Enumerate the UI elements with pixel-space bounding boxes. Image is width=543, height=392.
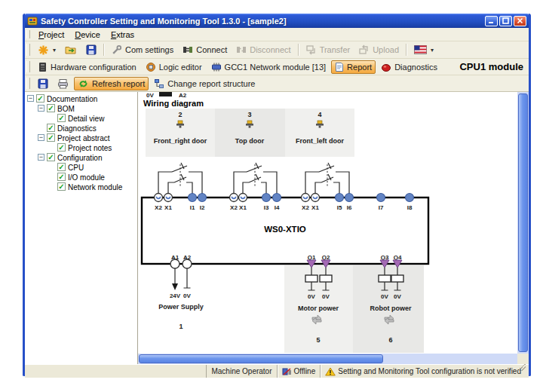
- menu-device[interactable]: Device: [69, 29, 106, 40]
- horizontal-scrollbar-thumb[interactable]: [139, 354, 383, 363]
- checkbox-checked-icon[interactable]: ✓: [47, 133, 55, 142]
- horizontal-scrollbar[interactable]: [138, 354, 517, 364]
- open-project-button[interactable]: [61, 43, 81, 57]
- clipped-label-a2: A2: [179, 92, 187, 99]
- svg-text:0V: 0V: [308, 293, 315, 300]
- svg-text:0V: 0V: [322, 293, 330, 300]
- svg-text:X1: X1: [311, 204, 319, 211]
- svg-text:0V: 0V: [381, 293, 388, 300]
- tree-item-configuration[interactable]: − ✓ Configuration: [25, 152, 137, 162]
- svg-text:X1: X1: [164, 204, 172, 211]
- tree-item-bom[interactable]: − ✓ BOM: [25, 103, 137, 113]
- hardware-module-icon: [38, 62, 48, 72]
- output-number: 6: [388, 336, 392, 344]
- save-project-button[interactable]: [82, 43, 100, 57]
- collapse-icon[interactable]: −: [38, 105, 44, 112]
- clipped-module-fragment: [159, 92, 172, 96]
- checkbox-checked-icon[interactable]: ✓: [57, 173, 66, 181]
- svg-text:X2: X2: [230, 204, 238, 211]
- disconnect-plug-icon: [236, 44, 247, 55]
- tree-item-detail-view[interactable]: ✓ Detail view: [25, 113, 137, 123]
- minimize-button[interactable]: [485, 16, 498, 26]
- print-report-button[interactable]: [54, 77, 72, 90]
- checkbox-checked-icon[interactable]: ✓: [57, 143, 66, 152]
- collapse-icon[interactable]: −: [38, 154, 44, 161]
- toolbar-grip[interactable]: [26, 30, 30, 39]
- upload-label: Upload: [373, 45, 399, 54]
- collapse-icon[interactable]: −: [27, 95, 34, 102]
- language-select-button[interactable]: ▾: [410, 44, 437, 56]
- save-report-button[interactable]: [34, 77, 52, 90]
- toolbar-report: Refresh report Change report structure: [25, 75, 529, 92]
- output-number: 5: [316, 336, 320, 344]
- printer-icon: [57, 78, 69, 89]
- vertical-scrollbar-thumb[interactable]: [518, 93, 528, 352]
- svg-text:I8: I8: [407, 204, 413, 211]
- power-supply-label: Power Supply: [158, 303, 204, 311]
- checkbox-checked-icon[interactable]: ✓: [36, 94, 44, 103]
- checkbox-checked-icon[interactable]: ✓: [57, 163, 66, 171]
- power-supply-symbol: 24V 0V Power Supply 1: [158, 259, 204, 330]
- network-module-icon: [211, 62, 222, 72]
- disconnect-label: Disconnect: [250, 45, 290, 54]
- tree-item-project-notes[interactable]: ✓ Project notes: [25, 142, 137, 152]
- tree-item-diagnostics[interactable]: ✓ Diagnostics: [25, 123, 137, 133]
- com-settings-button[interactable]: Com settings: [108, 43, 177, 57]
- checkbox-checked-icon[interactable]: ✓: [47, 124, 55, 132]
- collapse-icon[interactable]: −: [38, 134, 44, 141]
- checkbox-checked-icon[interactable]: ✓: [47, 104, 55, 112]
- report-page: 0V A2 Wiring diagram: [138, 92, 517, 354]
- door-circuit-2: [234, 163, 277, 198]
- hardware-configuration-button[interactable]: Hardware configuration: [34, 60, 140, 74]
- language-flag-icon: [414, 45, 427, 54]
- connect-button[interactable]: Connect: [179, 43, 231, 57]
- chevron-down-icon: ▾: [53, 47, 56, 54]
- change-report-structure-button[interactable]: Change report structure: [150, 77, 259, 90]
- refresh-report-button[interactable]: Refresh report: [74, 77, 149, 90]
- toolbar-grip[interactable]: [26, 44, 30, 55]
- checkbox-checked-icon[interactable]: ✓: [57, 114, 66, 122]
- warning-icon: [325, 367, 336, 376]
- tree-item-io-module[interactable]: ✓ I/O module: [25, 172, 137, 182]
- menu-project[interactable]: Project: [33, 29, 69, 40]
- tree-item-cpu[interactable]: ✓ CPU: [25, 162, 137, 172]
- change-report-structure-label: Change report structure: [167, 79, 255, 88]
- menu-extras[interactable]: Extras: [106, 29, 140, 40]
- maximize-button[interactable]: [499, 16, 512, 26]
- open-folder-icon: [65, 44, 77, 55]
- diagnostics-button[interactable]: Diagnostics: [377, 60, 441, 74]
- tree-item-project-abstract[interactable]: − ✓ Project abstract: [25, 133, 137, 142]
- transfer-label: Transfer: [320, 45, 351, 54]
- logic-editor-icon: [146, 62, 156, 72]
- door-name: Front_left door: [296, 137, 344, 145]
- status-connection: Offline: [278, 365, 321, 378]
- svg-text:X1: X1: [239, 204, 247, 211]
- network-module-button[interactable]: GCC1 Network module [13]: [207, 60, 330, 74]
- checkbox-checked-icon[interactable]: ✓: [57, 182, 66, 191]
- scrollbar-corner: [517, 354, 529, 364]
- app-window: Safety Controller Setting and Monitoring…: [23, 14, 531, 376]
- status-user-level: Machine Operator: [207, 365, 277, 378]
- status-bar: Machine Operator Offline Setting and Mon…: [25, 364, 529, 378]
- logic-editor-label: Logic editor: [159, 63, 202, 72]
- save-disk-icon: [38, 78, 48, 89]
- svg-text:I2: I2: [200, 204, 205, 211]
- svg-text:I5: I5: [337, 204, 342, 211]
- vertical-scrollbar[interactable]: [517, 92, 529, 354]
- toolbar-separator: [406, 44, 407, 56]
- network-module-label: GCC1 Network module [13]: [225, 63, 327, 72]
- tree-item-documentation[interactable]: − ✓ Documentation: [25, 93, 137, 103]
- checkbox-checked-icon[interactable]: ✓: [47, 153, 55, 161]
- resize-grip[interactable]: [519, 364, 526, 371]
- title-bar[interactable]: Safety Controller Setting and Monitoring…: [25, 14, 529, 28]
- report-button[interactable]: Report: [331, 60, 376, 74]
- svg-text:I4: I4: [275, 204, 280, 211]
- logic-editor-button[interactable]: Logic editor: [142, 60, 206, 74]
- toolbar-grip[interactable]: [26, 61, 30, 72]
- new-project-button[interactable]: ▾: [34, 43, 60, 57]
- close-button[interactable]: [514, 16, 526, 26]
- toolbar-grip[interactable]: [26, 78, 30, 89]
- tree-item-network-module[interactable]: ✓ Network module: [25, 182, 137, 191]
- door-circuit-3: [305, 163, 349, 198]
- menu-bar: Project Device Extras: [25, 28, 529, 41]
